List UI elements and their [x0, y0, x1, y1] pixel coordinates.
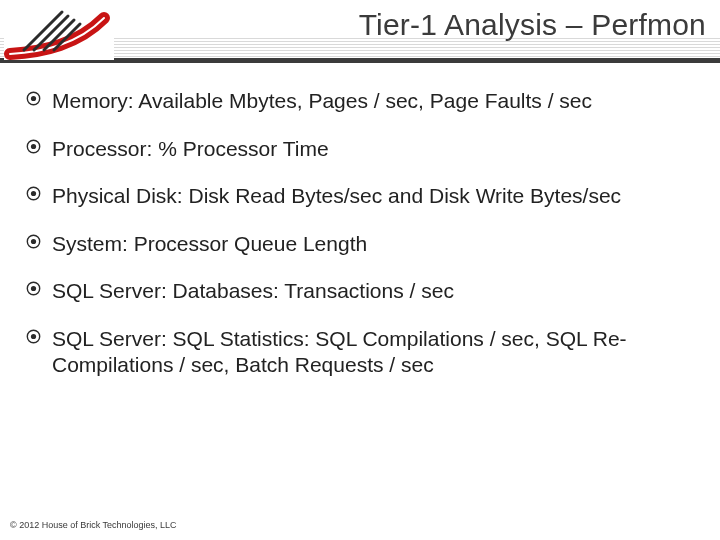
logo-icon — [4, 2, 114, 60]
slide: Tier-1 Analysis – Perfmon Memory: Availa… — [0, 0, 720, 540]
list-item-text: SQL Server: Databases: Transactions / se… — [52, 279, 454, 302]
bullet-icon — [26, 186, 41, 201]
bullet-icon — [26, 234, 41, 249]
list-item-text: Processor: % Processor Time — [52, 137, 329, 160]
bullet-icon — [26, 329, 41, 344]
list-item-text: Memory: Available Mbytes, Pages / sec, P… — [52, 89, 592, 112]
bullet-icon — [26, 139, 41, 154]
list-item-text: System: Processor Queue Length — [52, 232, 367, 255]
svg-point-15 — [31, 334, 36, 339]
logo — [4, 2, 114, 60]
slide-body: Memory: Available Mbytes, Pages / sec, P… — [0, 68, 720, 377]
svg-point-11 — [31, 239, 36, 244]
svg-point-9 — [31, 191, 36, 196]
list-item: SQL Server: SQL Statistics: SQL Compilat… — [22, 326, 698, 377]
slide-title: Tier-1 Analysis – Perfmon — [359, 8, 706, 42]
bullet-list: Memory: Available Mbytes, Pages / sec, P… — [22, 88, 698, 377]
list-item: Physical Disk: Disk Read Bytes/sec and D… — [22, 183, 698, 209]
svg-point-7 — [31, 144, 36, 149]
list-item: Memory: Available Mbytes, Pages / sec, P… — [22, 88, 698, 114]
svg-point-5 — [31, 96, 36, 101]
list-item: System: Processor Queue Length — [22, 231, 698, 257]
slide-header: Tier-1 Analysis – Perfmon — [0, 0, 720, 68]
list-item: Processor: % Processor Time — [22, 136, 698, 162]
list-item: SQL Server: Databases: Transactions / se… — [22, 278, 698, 304]
svg-point-13 — [31, 286, 36, 291]
footer-copyright: © 2012 House of Brick Technologies, LLC — [10, 520, 177, 530]
list-item-text: SQL Server: SQL Statistics: SQL Compilat… — [52, 327, 627, 376]
list-item-text: Physical Disk: Disk Read Bytes/sec and D… — [52, 184, 621, 207]
bullet-icon — [26, 281, 41, 296]
bullet-icon — [26, 91, 41, 106]
